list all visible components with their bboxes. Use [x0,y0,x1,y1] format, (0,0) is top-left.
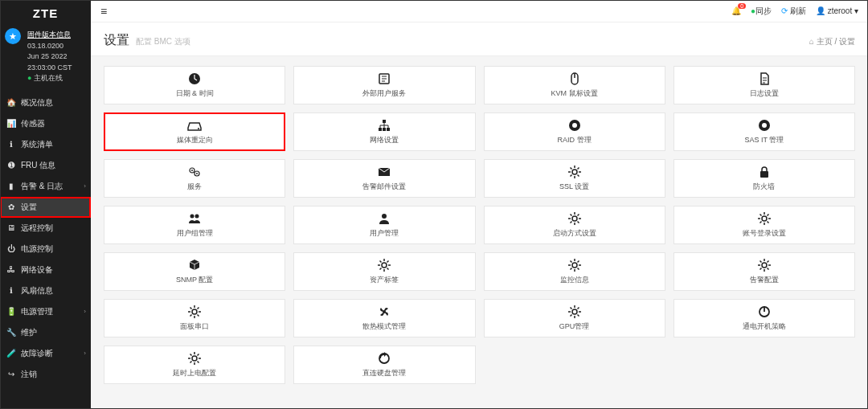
settings-card-clock-0[interactable]: 日期 & 时间 [104,66,285,104]
settings-card-recycle-25[interactable]: 直连硬盘管理 [293,346,475,384]
settings-card-user-13[interactable]: 用户管理 [293,206,475,244]
refresh-button[interactable]: ⟳ 刷新 [781,6,806,17]
settings-card-gear-20[interactable]: 面板串口 [104,299,285,337]
nav-label: 电源管理 [21,306,53,317]
nav-item-10[interactable]: 🔋电源管理› [0,301,91,322]
settings-card-gear-24[interactable]: 延时上电配置 [104,346,285,384]
nav-icon: ▮ [6,182,16,190]
settings-card-gear-18[interactable]: 监控信息 [484,252,665,291]
settings-card-disk-4[interactable]: 媒体重定向 [104,112,285,151]
settings-card-ring-7[interactable]: SAS IT 管理 [674,112,855,151]
gear-icon [377,258,391,272]
nav-label: FRU 信息 [21,160,55,171]
settings-card-lock-11[interactable]: 防火墙 [674,159,855,198]
settings-card-gear-15[interactable]: 账号登录设置 [674,206,855,244]
user-menu[interactable]: 👤 zteroot ▾ [816,6,858,15]
star-icon: ★ [5,28,21,44]
net-icon [377,118,391,133]
nav-item-13[interactable]: ↪注销 [0,364,91,385]
nav-item-3[interactable]: ➊FRU 信息 [0,155,91,176]
nav-item-4[interactable]: ▮告警 & 日志› [0,176,91,197]
card-label: 用户组管理 [177,228,213,239]
card-label: 账号登录设置 [743,228,786,239]
card-label: 用户管理 [370,228,399,239]
notification-bell[interactable]: 🔔 0 [731,6,741,15]
gear-icon [187,305,202,319]
card-label: 散热模式管理 [362,321,406,332]
card-label: 资产标签 [370,275,399,285]
chevron-right-icon: › [84,308,86,315]
breadcrumb-home[interactable]: 主页 [817,37,833,46]
file-icon [757,72,772,86]
card-label: 面板串口 [180,321,209,332]
ring-icon [757,118,772,133]
nav-item-2[interactable]: ℹ系统清单 [0,134,91,155]
card-label: 直连硬盘管理 [362,368,406,378]
disk-icon [187,118,202,133]
settings-card-net-5[interactable]: 网络设置 [293,112,475,151]
gear-icon [567,258,582,272]
refresh-icon: ⟳ [781,6,788,15]
card-label: 延时上电配置 [173,368,216,378]
settings-card-file-3[interactable]: 日志设置 [674,66,855,104]
card-label: 监控信息 [560,275,589,285]
topbar: ≡ 🔔 0 ●同步 ⟳ 刷新 👤 zteroot ▾ [91,0,868,22]
user-icon: 👤 [816,6,825,15]
settings-card-gears-8[interactable]: 服务 [104,159,285,198]
nav-item-7[interactable]: ⏻电源控制 [0,239,91,260]
settings-card-gear-17[interactable]: 资产标签 [293,252,475,291]
settings-card-ring-6[interactable]: RAID 管理 [484,112,665,151]
nav-label: 故障诊断 [21,348,53,359]
firmware-version: 03.18.0200 [27,42,63,50]
nav-icon: ⏻ [6,244,16,253]
gears-icon [187,165,202,179]
sync-button[interactable]: ●同步 [751,6,772,17]
nav-icon: 🏠 [6,98,16,107]
lock-icon [757,165,772,179]
page-header: 设置 配置 BMC 选项 ⌂ 主页 / 设置 [91,22,868,56]
settings-card-book-1[interactable]: 外部用户服务 [293,66,475,104]
card-label: 媒体重定向 [177,135,213,145]
card-label: 告警配置 [750,275,779,285]
card-label: KVM 鼠标设置 [551,88,598,99]
nav-item-1[interactable]: 📊传感器 [0,113,91,134]
nav-item-9[interactable]: ℹ风扇信息 [0,280,91,301]
gear-icon [187,351,202,366]
settings-grid: 日期 & 时间外部用户服务KVM 鼠标设置日志设置媒体重定向网络设置RAID 管… [91,56,868,394]
user-icon [377,211,391,226]
nav-list: 🏠概况信息📊传感器ℹ系统清单➊FRU 信息▮告警 & 日志›✿设置🖥远程控制⏻电… [0,92,91,385]
settings-card-gear-19[interactable]: 告警配置 [674,252,855,291]
ring-icon [567,118,582,133]
nav-label: 概况信息 [21,97,53,108]
settings-card-users-12[interactable]: 用户组管理 [104,206,285,244]
chevron-right-icon: › [84,350,86,357]
settings-card-gear-10[interactable]: SSL 设置 [484,159,665,198]
nav-icon: ℹ [6,286,16,295]
hamburger-icon[interactable]: ≡ [100,5,107,18]
settings-card-mail-9[interactable]: 告警邮件设置 [293,159,475,198]
firmware-link[interactable]: 固件版本信息 [27,31,71,39]
card-label: 网络设置 [370,135,399,145]
main-content: 设置 配置 BMC 选项 ⌂ 主页 / 设置 日期 & 时间外部用户服务KVM … [91,22,868,409]
settings-card-fan-21[interactable]: 散热模式管理 [293,299,475,337]
settings-card-cube-16[interactable]: SNMP 配置 [104,252,285,291]
host-info-block: ★ 固件版本信息 03.18.0200 Jun 25 2022 23:03:00… [0,27,91,92]
home-icon[interactable]: ⌂ [809,37,814,46]
nav-item-11[interactable]: 🔧维护 [0,322,91,343]
card-label: 通电开机策略 [743,321,786,332]
nav-item-12[interactable]: 🧪故障诊断› [0,343,91,364]
gear-icon [567,165,582,179]
brand-logo: ZTE [0,0,91,27]
settings-card-mouse-2[interactable]: KVM 鼠标设置 [484,66,665,104]
breadcrumb-current: 设置 [839,37,855,46]
mail-icon [377,165,391,179]
settings-card-gear-14[interactable]: 启动方式设置 [484,206,665,244]
nav-label: 电源控制 [21,243,53,255]
nav-item-0[interactable]: 🏠概况信息 [0,92,91,113]
settings-card-gear-22[interactable]: GPU管理 [484,299,665,337]
nav-item-5[interactable]: ✿设置 [0,197,91,218]
settings-card-power-23[interactable]: 通电开机策略 [674,299,855,337]
card-label: 防火墙 [753,182,775,192]
nav-item-8[interactable]: 🖧网络设备 [0,260,91,280]
nav-item-6[interactable]: 🖥远程控制 [0,218,91,239]
